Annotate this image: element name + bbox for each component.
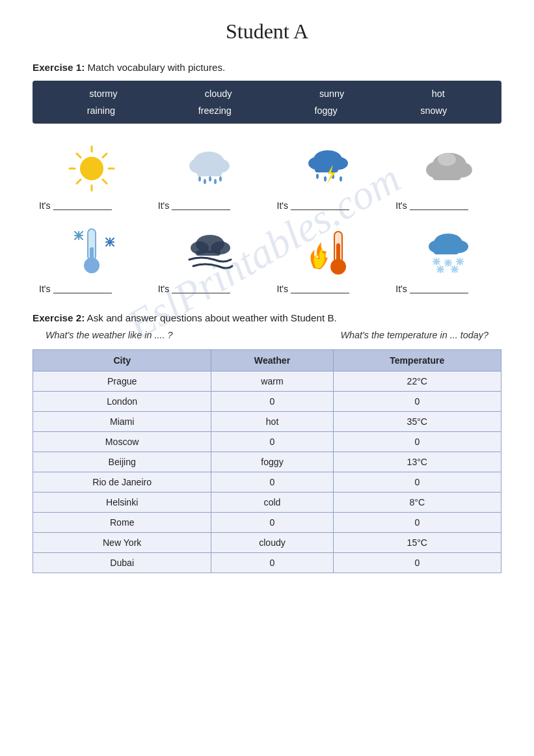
page-title: Student A [33, 20, 501, 44]
cloud-icon [395, 139, 501, 198]
cell-temp: 15°C [333, 533, 501, 553]
table-row: Rome00 [33, 513, 501, 533]
storm-icon [277, 139, 383, 198]
cell-weather: 0 [211, 553, 333, 573]
snow-icon [395, 223, 501, 281]
vocab-row2: raining freezing foggy snowy [46, 104, 488, 117]
svg-rect-53 [434, 249, 459, 254]
windy-icon [158, 223, 264, 281]
weather-item-sun: It's [33, 139, 145, 211]
answer-blank-1 [53, 201, 112, 210]
cell-temp: 8°C [333, 493, 501, 513]
cell-city: Beijing [33, 452, 211, 472]
weather-table: City Weather Temperature Praguewarm22°CL… [33, 349, 501, 573]
cell-temp: 0 [333, 513, 501, 533]
svg-rect-46 [196, 250, 220, 256]
vocab-row1: stormy cloudy sunny hot [46, 87, 488, 100]
col-city: City [33, 350, 211, 371]
prompt1: What's the weather like in .... ? [46, 330, 173, 340]
cell-city: New York [33, 533, 211, 553]
cell-temp: 13°C [333, 452, 501, 472]
vocab-cloudy: cloudy [200, 87, 237, 100]
cell-temp: 22°C [333, 371, 501, 392]
table-row: New Yorkcloudy15°C [33, 533, 501, 553]
exercise1-label: Exercise 1: Match vocabulary with pictur… [33, 62, 501, 73]
svg-point-23 [324, 176, 327, 182]
svg-point-14 [204, 179, 206, 184]
cell-temp: 35°C [333, 412, 501, 432]
its-label-7: It's [277, 284, 350, 294]
vocab-sunny: sunny [314, 87, 349, 100]
its-label-8: It's [395, 284, 468, 294]
its-label-5: It's [39, 284, 112, 294]
svg-point-31 [438, 153, 456, 166]
answer-blank-8 [410, 284, 468, 293]
cell-weather: hot [211, 412, 333, 432]
svg-point-22 [316, 174, 319, 179]
table-row: Miamihot35°C [33, 412, 501, 432]
vocab-foggy: foggy [310, 104, 343, 117]
cell-weather: cloudy [211, 533, 333, 553]
weather-item-snow: It's [389, 223, 501, 294]
svg-rect-21 [315, 167, 338, 172]
cell-weather: warm [211, 371, 333, 392]
cell-city: London [33, 392, 211, 412]
weather-item-storm: It's [271, 139, 383, 211]
weather-item-cloud: It's [389, 139, 501, 211]
its-label-6: It's [158, 284, 231, 294]
cell-weather: cold [211, 493, 333, 513]
prompt-row: What's the weather like in .... ? What's… [33, 330, 501, 340]
svg-line-7 [103, 154, 107, 157]
answer-blank-2 [172, 201, 230, 210]
vocab-freezing: freezing [193, 104, 237, 117]
col-temperature: Temperature [333, 350, 501, 371]
cell-temp: 0 [333, 392, 501, 412]
cell-city: Dubai [33, 553, 211, 573]
its-label-4: It's [395, 200, 468, 211]
table-row: Praguewarm22°C [33, 371, 501, 392]
svg-point-25 [340, 176, 342, 182]
weather-item-hot: It's [271, 223, 383, 294]
answer-blank-4 [410, 201, 468, 210]
table-row: Beijingfoggy13°C [33, 452, 501, 472]
cell-temp: 0 [333, 553, 501, 573]
svg-rect-49 [336, 243, 340, 267]
cell-weather: 0 [211, 432, 333, 452]
cell-weather: 0 [211, 392, 333, 412]
exercise2-label: Exercise 2: Ask and answer questions abo… [33, 312, 501, 323]
svg-point-11 [209, 159, 230, 173]
svg-point-17 [219, 176, 222, 182]
vocab-raining: raining [82, 104, 120, 117]
cell-city: Miami [33, 412, 211, 432]
cell-temp: 0 [333, 432, 501, 452]
vocab-stormy: stormy [84, 87, 122, 100]
svg-line-5 [77, 154, 81, 157]
weather-item-windy: It's [152, 223, 264, 294]
answer-blank-6 [172, 284, 230, 293]
svg-point-0 [80, 157, 103, 180]
its-label-1: It's [39, 200, 112, 211]
cell-temp: 0 [333, 472, 501, 493]
svg-point-13 [198, 176, 201, 182]
freeze-icon [39, 223, 145, 281]
rain-icon [158, 139, 264, 198]
svg-point-15 [209, 176, 211, 182]
vocab-hot: hot [427, 87, 450, 100]
cell-city: Moscow [33, 432, 211, 452]
cell-weather: foggy [211, 452, 333, 472]
table-row: London00 [33, 392, 501, 412]
hot-icon [277, 223, 383, 281]
prompt2: What's the temperature in ... today? [340, 330, 488, 340]
svg-point-16 [214, 179, 217, 184]
cell-city: Helsinki [33, 493, 211, 513]
svg-rect-30 [433, 174, 461, 180]
table-row: Helsinkicold8°C [33, 493, 501, 513]
table-row: Rio de Janeiro00 [33, 472, 501, 493]
weather-item-freeze: It's [33, 223, 145, 294]
svg-line-6 [103, 180, 107, 183]
sun-icon [39, 139, 145, 198]
svg-line-8 [77, 180, 81, 183]
answer-blank-5 [53, 284, 112, 293]
vocab-snowy: snowy [415, 104, 452, 117]
vocab-box: stormy cloudy sunny hot raining freezing… [33, 81, 501, 124]
